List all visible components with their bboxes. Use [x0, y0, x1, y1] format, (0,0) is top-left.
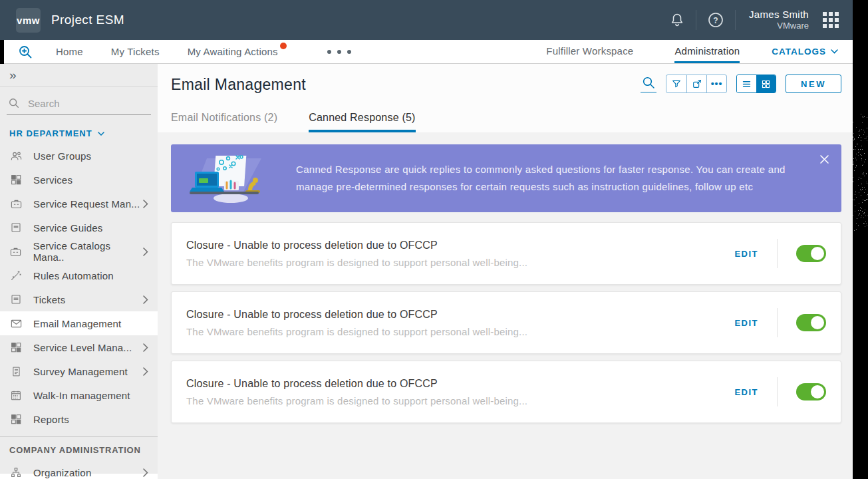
catalogs-label: CATALOGS — [772, 47, 826, 57]
sidebar-item-label: Rules Automation — [33, 270, 114, 281]
envelope-icon — [9, 317, 23, 330]
enable-toggle[interactable] — [796, 314, 826, 331]
user-name: James Smith — [749, 9, 809, 21]
filter-icon[interactable] — [666, 75, 686, 92]
card-actions: EDIT — [734, 377, 826, 406]
sidebar-item-organization[interactable]: Organization — [0, 460, 158, 479]
svg-text:?: ? — [713, 16, 718, 25]
calendar-icon — [9, 389, 23, 401]
sidebar-item-service-request-management[interactable]: Service Request Man... — [0, 192, 158, 216]
document-icon — [9, 222, 23, 234]
nav-item-administration[interactable]: Administration — [674, 40, 740, 63]
card-texts: Closure - Unable to process deletion due… — [186, 378, 734, 406]
enable-toggle[interactable] — [796, 383, 826, 400]
search-icon — [8, 97, 20, 109]
sidebar-item-service-guides[interactable]: Service Guides — [0, 216, 158, 240]
catalogs-dropdown[interactable]: CATALOGS — [772, 40, 838, 63]
nav-right: Fulfiller Workspace Administration CATAL… — [505, 40, 853, 63]
card-subtitle: The VMware benefits program is designed … — [186, 395, 734, 406]
chevron-right-icon — [143, 247, 148, 256]
card-subtitle: The VMware benefits program is designed … — [186, 257, 734, 268]
search-input[interactable] — [28, 98, 134, 109]
sidebar-item-service-catalogs-management[interactable]: Service Catalogs Mana.. — [0, 240, 158, 263]
nav-overflow-ellipsis-icon[interactable] — [327, 50, 351, 54]
bell-icon[interactable] — [669, 12, 685, 28]
tab-canned-response[interactable]: Canned Response (5) — [309, 112, 415, 132]
tabs: Email Notifications (2) Canned Response … — [171, 112, 841, 132]
survey-icon — [9, 366, 23, 377]
sidebar-item-label: Tickets — [33, 294, 65, 305]
new-button[interactable]: NEW — [786, 75, 841, 93]
card-divider — [777, 308, 778, 337]
vmware-logo-text: vmw — [17, 15, 40, 26]
sidebar-item-label: Reports — [33, 414, 69, 425]
card-texts: Closure - Unable to process deletion due… — [186, 309, 734, 337]
sidebar-item-rules-automation[interactable]: Rules Automation — [0, 263, 158, 287]
canned-response-card: Closure - Unable to process deletion due… — [171, 361, 841, 423]
export-icon[interactable] — [686, 75, 706, 92]
sidebar-item-label: Service Catalogs Mana.. — [33, 240, 143, 263]
sidebar-item-tickets[interactable]: Tickets — [0, 287, 158, 311]
help-icon[interactable]: ? — [707, 11, 724, 29]
topbar-right: ? James Smith VMware — [669, 9, 839, 32]
sidebar-item-service-level-management[interactable]: Service Level Mana... — [0, 335, 158, 359]
secondary-nav: Home My Tickets My Awaiting Actions Fulf… — [0, 40, 853, 64]
sidebar-item-services[interactable]: Services — [0, 168, 158, 192]
topbar: vmw Project ESM ? James Smith VMware — [0, 0, 853, 40]
app-launcher-icon[interactable] — [822, 11, 839, 29]
sidebar-item-label: User Groups — [33, 150, 91, 162]
sidebar-collapse-icon[interactable]: » — [0, 64, 158, 86]
toolbar: ••• NEW — [641, 75, 841, 93]
sidebar-item-survey-management[interactable]: Survey Management — [0, 359, 158, 383]
document-icon — [9, 293, 23, 305]
nav-item-fulfiller-workspace[interactable]: Fulfiller Workspace — [546, 40, 633, 63]
card-divider — [777, 239, 778, 268]
ellipsis-icon[interactable]: ••• — [706, 75, 726, 92]
view-toggle — [736, 75, 776, 93]
nav-item-home[interactable]: Home — [56, 40, 83, 63]
sidebar-item-user-groups[interactable]: User Groups — [0, 144, 158, 168]
card-title: Closure - Unable to process deletion due… — [186, 309, 734, 321]
chevron-right-icon — [143, 200, 148, 208]
nav-item-my-tickets[interactable]: My Tickets — [111, 40, 160, 63]
card-title: Closure - Unable to process deletion due… — [186, 378, 734, 390]
user-groups-icon — [9, 150, 23, 162]
nav-item-my-awaiting-actions[interactable]: My Awaiting Actions — [188, 40, 278, 63]
sidebar-section-hr-department[interactable]: HR DEPARTMENT — [0, 115, 158, 144]
edit-button[interactable]: EDIT — [734, 387, 758, 397]
search-icon[interactable] — [641, 76, 656, 92]
section-label: COMPANY ADMINISTRATION — [9, 445, 141, 455]
sidebar: » HR DEPARTMENT User Groups — [0, 64, 158, 474]
chevron-right-icon — [143, 343, 148, 352]
main-header: Email Management — [158, 64, 853, 132]
screen: vmw Project ESM ? James Smith VMware — [0, 0, 868, 479]
chevron-down-icon — [831, 49, 838, 54]
grid-icon — [9, 413, 23, 425]
card-subtitle: The VMware benefits program is designed … — [186, 326, 734, 337]
section-label: HR DEPARTMENT — [9, 128, 92, 138]
edit-button[interactable]: EDIT — [734, 318, 758, 328]
card-title: Closure - Unable to process deletion due… — [186, 240, 734, 251]
grid-view-icon[interactable] — [756, 75, 776, 92]
tab-email-notifications[interactable]: Email Notifications (2) — [171, 112, 277, 132]
canned-response-card: Closure - Unable to process deletion due… — [171, 222, 841, 285]
list-view-icon[interactable] — [737, 75, 756, 92]
topbar-divider — [696, 10, 696, 30]
edit-button[interactable]: EDIT — [734, 249, 758, 259]
user-menu[interactable]: James Smith VMware — [749, 9, 809, 32]
briefcase-icon — [9, 198, 23, 210]
close-icon[interactable] — [817, 152, 831, 166]
zoom-search-icon[interactable] — [17, 44, 33, 60]
sidebar-item-reports[interactable]: Reports — [0, 407, 158, 431]
lab-illustration — [187, 149, 272, 208]
collapse-glyph: » — [9, 68, 17, 82]
sidebar-item-label: Service Guides — [33, 222, 103, 234]
enable-toggle[interactable] — [796, 245, 826, 262]
sidebar-item-walk-in-management[interactable]: Walk-In management — [0, 383, 158, 407]
sidebar-item-email-management[interactable]: Email Management — [0, 311, 158, 335]
notification-badge — [280, 43, 287, 49]
noise-artifact — [853, 113, 868, 236]
chevron-right-icon — [143, 367, 148, 376]
sidebar-search[interactable] — [7, 93, 151, 115]
card-actions: EDIT — [734, 308, 826, 337]
